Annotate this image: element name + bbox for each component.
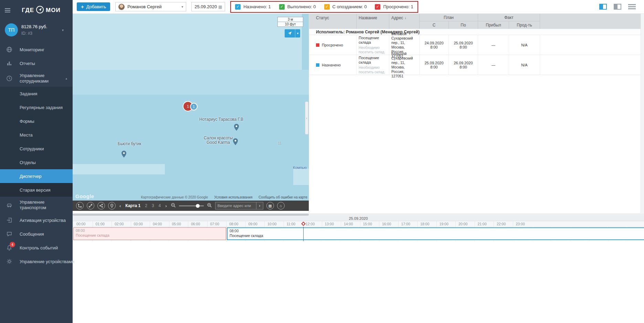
column-header-status[interactable]: Статус (309, 14, 357, 29)
column-group-fact: Факт Прибыл Прод-ть (478, 14, 540, 29)
timeline-hour: 14:00 (341, 221, 360, 227)
date-picker[interactable]: 25.09.2020 ▦ (191, 2, 225, 11)
poi-building-button[interactable]: ▦ (266, 202, 274, 209)
timeline-hour: 11:00 (284, 221, 303, 227)
layout-map-table-button[interactable] (599, 4, 607, 10)
filter-assigned[interactable]: ✓ Назначено: 1 (235, 4, 271, 10)
checkbox-overdue[interactable]: ✓ (375, 4, 380, 10)
poi-label-computer: Компью (293, 165, 307, 170)
address-go-button[interactable]: › (256, 202, 263, 209)
timeline-hour: 03:00 (131, 221, 150, 227)
zoom-slider[interactable] (179, 205, 204, 206)
map-canvas[interactable]: 3 м 10 фут ▾ 1 1 Нотариус Тарасова Г.В С… (73, 14, 309, 201)
layout-toggles (599, 4, 640, 10)
column-header-arrived[interactable]: Прибыл (478, 21, 509, 29)
chevron-down-icon[interactable]: ▾ (295, 29, 300, 37)
sidebar-item-monitoring[interactable]: Мониторинг (0, 43, 73, 56)
table-scrollbar[interactable] (641, 14, 644, 213)
sidebar-item-reports[interactable]: Отчеты (0, 56, 73, 70)
sidebar-item-forms[interactable]: Формы (0, 114, 73, 128)
status-square-assigned (316, 63, 319, 67)
zoom-in-icon[interactable] (207, 203, 212, 209)
filter-late[interactable]: ✓ С опозданием: 0 (324, 4, 367, 10)
layout-table-button[interactable] (628, 4, 636, 10)
places-layer-button[interactable] (108, 202, 116, 209)
panel-splitter-handle[interactable]: ‹ (305, 101, 308, 134)
map-locate-button[interactable]: ▾ (285, 29, 300, 37)
chevron-down-icon[interactable]: ▾ (62, 28, 64, 32)
timeline-scrollbar[interactable] (73, 213, 644, 216)
poi-label-notary: Нотариус Тарасова Г.В (183, 117, 259, 122)
sidebar-item-device-activation[interactable]: Активация устройства (0, 213, 73, 227)
column-header-plan-to[interactable]: По (449, 21, 478, 29)
address-search: › (215, 202, 263, 209)
checkbox-late[interactable]: ✓ (324, 4, 330, 10)
layout-split-button[interactable] (614, 4, 621, 10)
address-input[interactable] (215, 202, 256, 209)
sidebar-item-departments[interactable]: Отделы (0, 155, 73, 169)
filter-overdue[interactable]: ✓ Просрочено: 1 (375, 4, 413, 10)
sidebar-item-regular-tasks[interactable]: Регулярные задания (0, 100, 73, 114)
table-row[interactable]: Просрочено Посещение склада Необходимо п… (309, 35, 644, 55)
map-cluster-assigned[interactable]: 1 (190, 103, 198, 110)
timeline-bar-overdue[interactable]: 08:00 Посещение склада (73, 227, 226, 240)
filter-completed[interactable]: ✓ Выполнено: 0 (279, 4, 316, 10)
sidebar-item-device-management[interactable]: Управление устройствами (0, 255, 73, 268)
share-button[interactable] (97, 202, 105, 209)
add-task-button[interactable]: + Добавить (77, 2, 110, 11)
sidebar-item-label: Управление транспортом (20, 200, 60, 211)
map-report-error-link[interactable]: Сообщить об ошибке на карте (258, 195, 307, 199)
checkbox-assigned[interactable]: ✓ (235, 4, 241, 10)
table-row[interactable]: Назначено Посещение склада Необходимо по… (309, 55, 644, 75)
column-header-name[interactable]: Название (357, 14, 389, 29)
map-page-2[interactable]: 2 (145, 203, 147, 208)
prev-map-button[interactable]: ‹ (119, 203, 122, 208)
sidebar-item-label: Старая версия (20, 187, 51, 193)
map-pin-icon[interactable] (122, 151, 126, 158)
timeline-hour: 21:00 (475, 221, 494, 227)
plus-icon: + (81, 4, 84, 9)
next-map-button[interactable]: › (165, 203, 167, 208)
timeline-hour: 15:00 (360, 221, 379, 227)
sidebar-item-label: Управление устройствами (20, 259, 74, 264)
map-page-3[interactable]: 3 (152, 203, 154, 208)
employee-select[interactable]: Романов Сергей ▾ (115, 2, 186, 11)
tracks-button[interactable] (87, 202, 94, 209)
user-account[interactable]: ТП 8128.76 руб. ID: #3 ▾ (0, 21, 73, 43)
zoom-out-icon[interactable] (171, 203, 176, 209)
car-icon (6, 202, 12, 208)
sidebar-item-tasks[interactable]: Задания (0, 87, 73, 100)
sidebar-item-staff-management[interactable]: Управление сотрудниками ▴ (0, 70, 73, 87)
logo-emblem-icon (36, 6, 44, 15)
chevron-up-icon: ▴ (65, 77, 67, 80)
timeline-bar-assigned[interactable]: 08:00 Посещение склада (227, 227, 644, 240)
sidebar-item-dispatcher[interactable]: Диспетчер (0, 169, 73, 183)
sidebar-item-messages[interactable]: Сообщения (0, 227, 73, 241)
employee-select-value: Романов Сергей (127, 4, 161, 9)
map-terms-link[interactable]: Условия использования (214, 195, 252, 199)
cell-name: Посещение склада Необходимо посетить скл… (357, 55, 389, 75)
map-pin-icon[interactable] (233, 138, 238, 145)
column-header-address[interactable]: Адрес ↓ (389, 14, 420, 29)
sidebar-item-old-version[interactable]: Старая версия (0, 183, 73, 197)
sidebar-collapse-button[interactable] (4, 7, 11, 14)
column-header-plan-from[interactable]: С (420, 21, 449, 29)
cell-plan-to: 25.09.2020 8:00 (449, 35, 478, 55)
sidebar-item-event-control[interactable]: 4 Контроль событий (0, 241, 73, 255)
map-page-current[interactable]: Карта 1 (125, 203, 140, 208)
timeline-hour: 19:00 (436, 221, 455, 227)
map-scale-imperial: 10 фут (278, 22, 303, 26)
sidebar-item-places[interactable]: Места (0, 128, 73, 142)
timeline-scrollbar-thumb[interactable] (73, 214, 309, 216)
sidebar-item-employees[interactable]: Сотрудники (0, 142, 73, 155)
draw-area-button[interactable] (76, 202, 84, 209)
zoom-slider-thumb[interactable] (196, 204, 200, 208)
checkbox-completed[interactable]: ✓ (279, 4, 285, 10)
map-page-4[interactable]: 4 (159, 203, 161, 208)
cell-duration: N/A (509, 35, 540, 55)
column-header-duration[interactable]: Прод-ть (509, 21, 540, 29)
sidebar-item-transport-management[interactable]: Управление транспортом (0, 197, 73, 213)
map-pin-icon[interactable] (234, 124, 239, 131)
home-view-button[interactable]: ⌂ (277, 202, 285, 209)
device-activation-icon (6, 217, 12, 223)
